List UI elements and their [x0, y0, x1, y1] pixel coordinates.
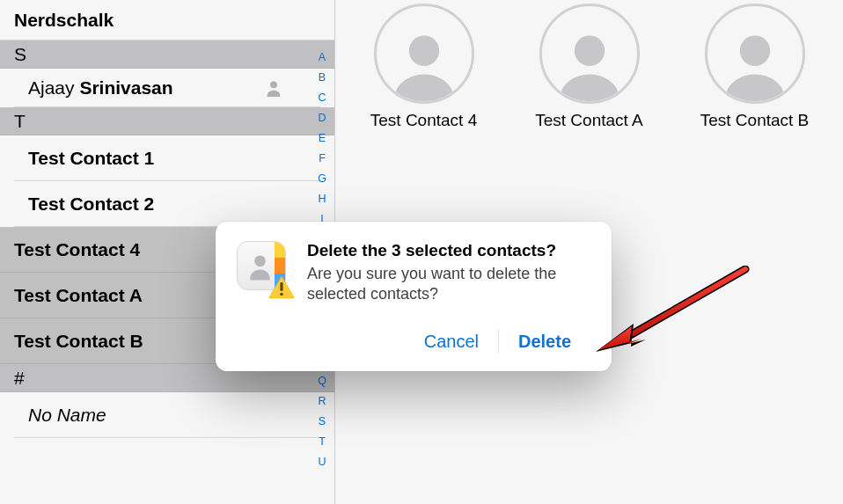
contact-row[interactable]: Ajaay Srinivasan [14, 69, 320, 107]
dialog-title: Delete the 3 selected contacts? [307, 241, 590, 260]
contact-card[interactable]: Test Contact B [700, 4, 810, 130]
selected-contact-cards: Test Contact 4 Test Contact A Test Conta… [335, 4, 843, 130]
contact-row[interactable]: Test Contact 2 [14, 181, 320, 227]
dialog-actions: Cancel Delete [237, 328, 590, 355]
svg-point-3 [739, 36, 770, 67]
index-letter[interactable]: S [319, 415, 326, 427]
svg-point-0 [270, 81, 277, 88]
contact-card[interactable]: Test Contact A [535, 4, 644, 130]
index-letter[interactable]: D [318, 112, 326, 124]
contact-card[interactable]: Test Contact 4 [370, 4, 479, 130]
section-letter: # [14, 368, 25, 389]
index-letter[interactable]: E [319, 132, 326, 144]
index-letter[interactable]: A [319, 51, 326, 63]
index-letter[interactable]: H [318, 193, 326, 205]
svg-point-1 [408, 36, 439, 67]
index-letter[interactable]: G [318, 172, 326, 185]
index-letter[interactable]: Q [318, 375, 326, 387]
svg-point-6 [280, 293, 283, 296]
section-letter: S [14, 44, 26, 65]
dialog-message: Are you sure you want to delete the sele… [307, 264, 590, 305]
section-letter: T [14, 111, 26, 132]
index-letter[interactable]: C [318, 91, 326, 104]
avatar-placeholder-icon [539, 4, 640, 104]
svg-point-4 [254, 255, 266, 267]
contact-name: No Name [28, 405, 106, 426]
index-letter[interactable]: R [318, 395, 326, 407]
contact-name: Test Contact B [14, 331, 143, 352]
index-letter[interactable]: B [319, 71, 326, 84]
contact-name: Ajaay Srinivasan [28, 77, 173, 99]
cancel-button[interactable]: Cancel [405, 328, 498, 355]
contact-card-name: Test Contact 4 [370, 111, 477, 130]
contact-name: Test Contact 4 [14, 239, 140, 260]
avatar-placeholder-icon [705, 4, 805, 104]
warning-icon [268, 275, 295, 299]
contact-card-name: Test Contact B [700, 111, 810, 130]
delete-confirmation-dialog: Delete the 3 selected contacts? Are you … [216, 222, 612, 371]
delete-button[interactable]: Delete [499, 328, 590, 355]
contact-row[interactable]: No Name [14, 392, 320, 438]
index-letter[interactable]: U [318, 456, 326, 468]
contact-card-name: Test Contact A [535, 111, 643, 130]
section-header-S: S [0, 40, 334, 69]
contact-name: Test Contact A [14, 285, 143, 306]
index-letter[interactable]: F [319, 152, 326, 164]
person-icon [264, 78, 283, 98]
index-letter[interactable]: T [319, 435, 326, 448]
avatar-placeholder-icon [374, 4, 474, 104]
svg-rect-5 [280, 282, 282, 291]
contact-name: Test Contact 1 [28, 148, 154, 169]
contact-name: Nerdschalk [14, 10, 114, 31]
svg-point-2 [574, 36, 605, 67]
contact-name: Test Contact 2 [28, 194, 154, 215]
contact-row[interactable]: Nerdschalk [0, 0, 334, 40]
section-header-T: T [0, 107, 334, 135]
contacts-app-icon [237, 241, 290, 294]
contact-row[interactable]: Test Contact 1 [14, 135, 320, 181]
